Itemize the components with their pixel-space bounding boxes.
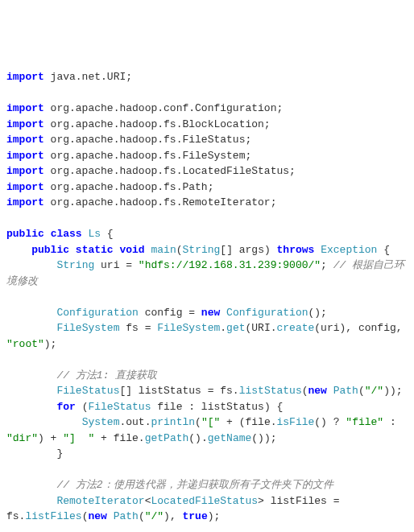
text: fs = xyxy=(119,322,157,334)
keyword: class xyxy=(51,228,82,240)
type: FileSystem xyxy=(56,322,119,334)
keyword: import xyxy=(6,165,44,177)
text: ) + xyxy=(38,432,63,444)
method-name: main xyxy=(151,244,176,256)
text: ( xyxy=(358,385,365,397)
text: (); xyxy=(308,307,327,319)
keyword: new xyxy=(201,307,220,319)
class-name: Ls xyxy=(88,228,101,240)
text: org.apache.hadoop.fs.Path; xyxy=(44,181,214,193)
text: ); xyxy=(208,510,221,522)
text: org.apache.hadoop.fs.RemoteIterator; xyxy=(44,196,277,208)
keyword: true xyxy=(183,510,208,522)
type: Path xyxy=(114,510,139,522)
keyword: import xyxy=(6,181,44,193)
keyword: import xyxy=(6,196,44,208)
code-line: import org.apache.hadoop.fs.RemoteIterat… xyxy=(6,196,276,208)
text: .out. xyxy=(119,416,151,428)
code-line: String uri = "hdfs://192.168.31.239:9000… xyxy=(6,259,404,287)
method: listFiles xyxy=(25,510,81,522)
method: getName xyxy=(208,432,252,444)
type: System xyxy=(82,416,120,428)
text: { xyxy=(377,244,390,256)
text: uri = xyxy=(94,259,139,271)
code-line: public static void main(String[] args) t… xyxy=(6,244,390,256)
keyword: static xyxy=(76,244,114,256)
text: org.apache.hadoop.fs.FileStatus; xyxy=(44,134,251,146)
text: ); xyxy=(44,338,57,350)
code-line: // 方法1: 直接获取 xyxy=(6,369,157,381)
code-line: import org.apache.hadoop.fs.LocatedFileS… xyxy=(6,165,296,177)
type: RemoteIterator xyxy=(56,495,144,507)
text: config = xyxy=(139,307,201,319)
string: "hdfs://192.168.31.239:9000/" xyxy=(139,259,321,271)
method: create xyxy=(277,322,315,334)
code-line: FileSystem fs = FileSystem.get(URI.creat… xyxy=(6,322,408,350)
text: ( xyxy=(302,385,308,397)
text: (uri), config, xyxy=(314,322,408,334)
method: println xyxy=(151,416,195,428)
code-line: } xyxy=(6,447,63,460)
keyword: for xyxy=(56,401,75,413)
text: () ? xyxy=(314,416,346,428)
text: + file. xyxy=(94,432,144,444)
string: "dir" xyxy=(6,432,38,444)
type: LocatedFileStatus xyxy=(151,495,258,507)
text: file : listStatus) { xyxy=(151,401,283,413)
keyword: public xyxy=(6,228,44,240)
code-line: import org.apache.hadoop.fs.BlockLocatio… xyxy=(6,118,271,130)
code-line: System.out.println("[" + (file.isFile() … xyxy=(6,416,403,444)
string: "file" xyxy=(346,416,383,428)
code-line: import java.net.URI; xyxy=(6,71,132,83)
string: "] " xyxy=(63,432,94,444)
code-line: import org.apache.hadoop.fs.FileStatus; xyxy=(6,134,251,146)
type: FileSystem xyxy=(157,322,220,334)
keyword: void xyxy=(119,244,144,256)
text: (URI. xyxy=(245,322,276,334)
text: ( xyxy=(195,416,201,428)
text: [] listStatus = fs. xyxy=(119,385,238,397)
code-line: for (FileStatus file : listStatus) { xyxy=(6,401,283,413)
text: ( xyxy=(76,401,89,413)
comment: // 方法2：使用迭代器，并递归获取所有子文件夹下的文件 xyxy=(56,479,333,491)
keyword: import xyxy=(6,134,44,146)
string: "/" xyxy=(365,385,383,397)
text: . xyxy=(220,322,226,334)
code-line: public class Ls { xyxy=(6,228,114,240)
string: "[" xyxy=(201,416,220,428)
type: Configuration xyxy=(226,307,308,319)
text: )); xyxy=(383,385,402,397)
text: org.apache.hadoop.conf.Configuration; xyxy=(44,102,283,114)
string: "/" xyxy=(145,510,164,522)
keyword: public xyxy=(31,244,69,256)
text: ), xyxy=(164,510,182,522)
code-line: import org.apache.hadoop.fs.FileSystem; xyxy=(6,150,251,162)
text: + (file. xyxy=(220,416,276,428)
keyword: import xyxy=(6,71,44,83)
code-line: import org.apache.hadoop.fs.Path; xyxy=(6,181,213,193)
code-line: FileStatus[] listStatus = fs.listStatus(… xyxy=(6,385,403,397)
type: Exception xyxy=(321,244,377,256)
text: { xyxy=(101,228,114,240)
type: Configuration xyxy=(56,307,138,319)
text: ( xyxy=(139,510,145,522)
text: [] args) xyxy=(220,244,276,256)
code-line: import org.apache.hadoop.conf.Configurat… xyxy=(6,102,283,114)
code-line: // 方法2：使用迭代器，并递归获取所有子文件夹下的文件 xyxy=(6,479,333,491)
text: ()); xyxy=(251,432,276,444)
text: org.apache.hadoop.fs.LocatedFileStatus; xyxy=(44,165,296,177)
comment: // 方法1: 直接获取 xyxy=(56,369,157,381)
type: String xyxy=(183,244,221,256)
type: FileStatus xyxy=(56,385,119,397)
text: ( xyxy=(176,244,183,256)
keyword: import xyxy=(6,102,44,114)
keyword: new xyxy=(308,385,327,397)
string: "root" xyxy=(6,338,44,350)
method: isFile xyxy=(277,416,315,428)
text: java.net.URI; xyxy=(44,71,132,83)
method: listStatus xyxy=(239,385,302,397)
method: getPath xyxy=(145,432,189,444)
keyword: import xyxy=(6,150,44,162)
keyword: new xyxy=(88,510,106,522)
text: ; xyxy=(321,259,333,271)
